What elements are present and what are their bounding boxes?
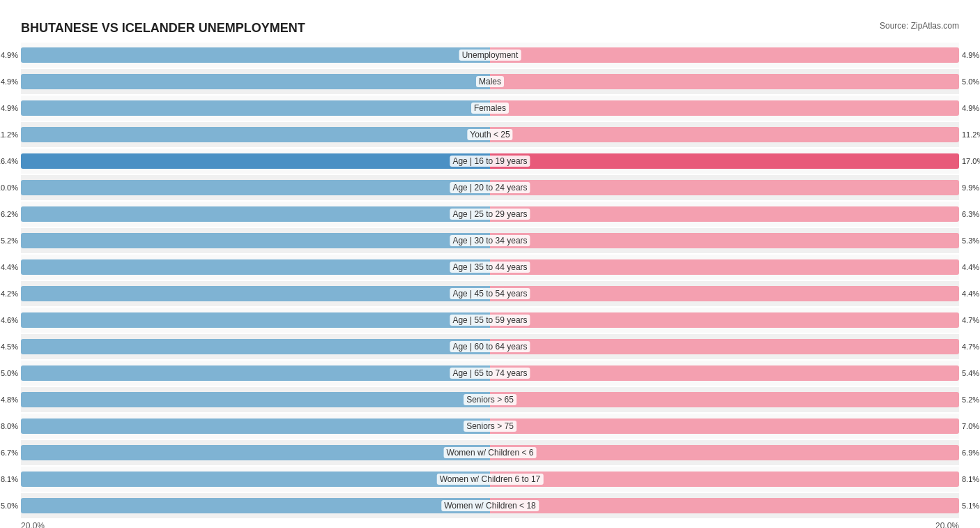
chart-container: BHUTANESE VS ICELANDER UNEMPLOYMENT Sour… (14, 14, 966, 528)
chart-header: BHUTANESE VS ICELANDER UNEMPLOYMENT Sour… (21, 21, 959, 36)
bar-left (21, 180, 490, 195)
val-right: 5.3% (959, 236, 979, 245)
bar-right (490, 180, 959, 195)
val-left: 4.6% (1, 316, 21, 324)
row-right-section: 11.2% (490, 122, 959, 147)
val-right: 5.4% (959, 369, 979, 377)
chart-row: 10.0% 9.9% Age | 20 to 24 years (21, 175, 959, 200)
bar-right (490, 286, 959, 301)
row-right-section: 4.9% (490, 43, 959, 68)
row-left-section: 4.2% (21, 281, 490, 306)
bar-left (21, 127, 490, 142)
val-right: 9.9% (959, 183, 979, 192)
row-right-section: 6.9% (490, 440, 959, 465)
chart-row: 6.2% 6.3% Age | 25 to 29 years (21, 202, 959, 227)
row-left-section: 10.0% (21, 175, 490, 200)
val-left: 4.4% (1, 263, 21, 271)
row-right-section: 4.4% (490, 281, 959, 306)
val-right: 4.7% (959, 316, 979, 324)
bar-right (490, 74, 959, 89)
chart-row: 4.8% 5.2% Seniors > 65 (21, 387, 959, 412)
row-right-section: 5.3% (490, 228, 959, 253)
val-left: 16.4% (0, 157, 21, 165)
bar-left (21, 365, 490, 381)
val-left: 4.9% (1, 104, 21, 112)
val-left: 5.2% (1, 236, 21, 245)
val-left: 4.5% (1, 342, 21, 351)
row-left-section: 6.7% (21, 440, 490, 465)
row-right-section: 5.4% (490, 361, 959, 386)
rows-wrapper: 4.9% 4.9% Unemployment 4.9% 5.0% (21, 43, 959, 518)
chart-row: 8.1% 8.1% Women w/ Children 6 to 17 (21, 467, 959, 492)
val-right: 4.7% (959, 342, 979, 351)
chart-row: 4.9% 4.9% Unemployment (21, 43, 959, 68)
chart-row: 4.5% 4.7% Age | 60 to 64 years (21, 334, 959, 359)
row-left-section: 4.4% (21, 255, 490, 280)
bar-right (490, 127, 959, 142)
row-left-section: 4.9% (21, 69, 490, 94)
val-right: 4.4% (959, 263, 979, 271)
bar-left (21, 47, 490, 63)
chart-source: Source: ZipAtlas.com (880, 21, 959, 31)
val-right: 5.2% (959, 395, 979, 404)
chart-row: 4.9% 4.9% Females (21, 96, 959, 121)
bar-right (490, 233, 959, 248)
val-left: 5.0% (1, 501, 21, 510)
bar-right (490, 498, 959, 513)
row-left-section: 4.6% (21, 308, 490, 333)
row-right-section: 9.9% (490, 175, 959, 200)
row-left-section: 4.9% (21, 43, 490, 68)
row-left-section: 6.2% (21, 202, 490, 227)
val-left: 11.2% (0, 130, 21, 139)
val-left: 8.0% (1, 422, 21, 430)
bar-left (21, 286, 490, 301)
val-right: 4.4% (959, 289, 979, 298)
val-left: 4.8% (1, 395, 21, 404)
row-left-section: 8.1% (21, 467, 490, 492)
val-right: 5.0% (959, 77, 979, 86)
row-left-section: 5.2% (21, 228, 490, 253)
bar-right (490, 100, 959, 116)
val-left: 4.9% (1, 51, 21, 59)
row-right-section: 4.7% (490, 334, 959, 359)
row-left-section: 8.0% (21, 414, 490, 439)
bar-left (21, 100, 490, 116)
row-left-section: 5.0% (21, 361, 490, 386)
bar-right (490, 392, 959, 407)
val-right: 17.0% (959, 157, 980, 165)
chart-row: 4.9% 5.0% Males (21, 69, 959, 94)
val-left: 6.7% (1, 448, 21, 457)
row-right-section: 7.0% (490, 414, 959, 439)
bar-left (21, 339, 490, 354)
row-right-section: 17.0% (490, 149, 959, 174)
val-right: 5.1% (959, 501, 979, 510)
chart-row: 5.2% 5.3% Age | 30 to 34 years (21, 228, 959, 253)
bar-right (490, 312, 959, 328)
row-right-section: 5.0% (490, 69, 959, 94)
val-left: 4.2% (1, 289, 21, 298)
val-right: 4.9% (959, 51, 979, 59)
axis-labels: 20.0% 20.0% (21, 521, 959, 528)
bar-left (21, 445, 490, 460)
row-right-section: 4.4% (490, 255, 959, 280)
bar-right (490, 472, 959, 487)
val-left: 6.2% (1, 210, 21, 218)
chart-title: BHUTANESE VS ICELANDER UNEMPLOYMENT (21, 21, 305, 36)
bar-left (21, 498, 490, 513)
bar-right (490, 153, 959, 169)
chart-row: 11.2% 11.2% Youth < 25 (21, 122, 959, 147)
bar-right (490, 47, 959, 63)
bar-right (490, 339, 959, 354)
bar-right (490, 206, 959, 222)
row-right-section: 5.1% (490, 493, 959, 518)
chart-row: 5.0% 5.1% Women w/ Children < 18 (21, 493, 959, 518)
axis-right-label: 20.0% (935, 521, 959, 528)
bar-left (21, 153, 490, 169)
val-right: 7.0% (959, 422, 979, 430)
val-right: 4.9% (959, 104, 979, 112)
val-right: 11.2% (959, 130, 980, 139)
row-left-section: 5.0% (21, 493, 490, 518)
bar-right (490, 445, 959, 460)
chart-row: 4.6% 4.7% Age | 55 to 59 years (21, 308, 959, 333)
bar-right (490, 418, 959, 434)
